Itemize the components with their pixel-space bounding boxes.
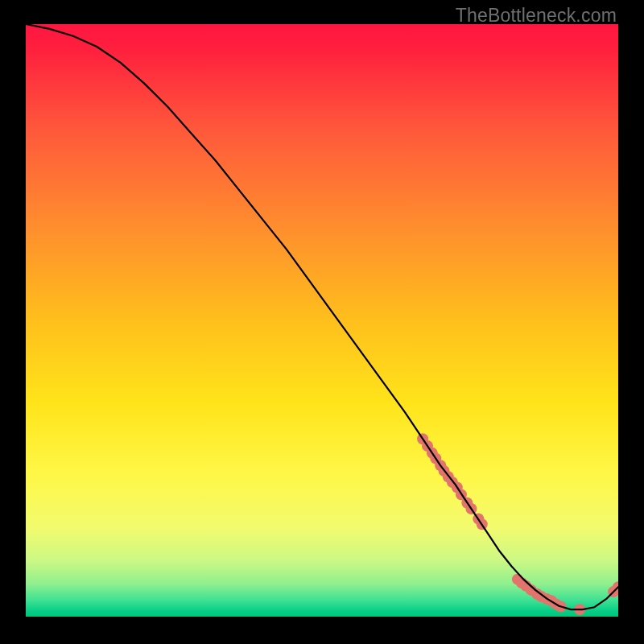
plot-area bbox=[26, 24, 618, 617]
watermark-text: TheBottleneck.com bbox=[456, 5, 617, 27]
gradient-background bbox=[26, 24, 618, 617]
chart-svg bbox=[26, 24, 618, 617]
chart-stage: TheBottleneck.com bbox=[0, 0, 644, 644]
